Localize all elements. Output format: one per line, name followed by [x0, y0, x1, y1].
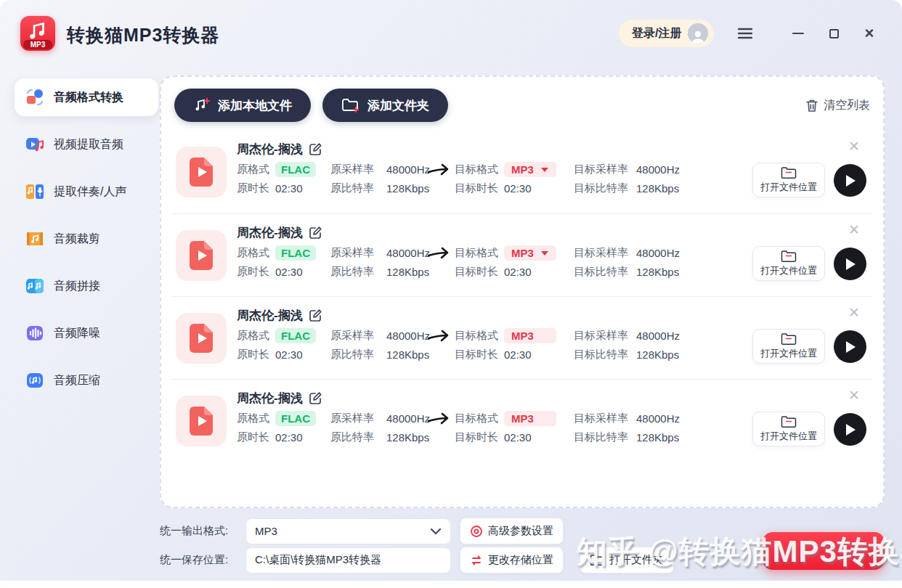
maximize-button[interactable] — [824, 25, 843, 42]
play-icon — [844, 340, 857, 354]
remove-file-icon[interactable]: ✕ — [848, 388, 860, 402]
remove-file-icon[interactable]: ✕ — [848, 306, 860, 319]
convert-arrow-icon — [427, 409, 452, 432]
clear-list-button[interactable]: 清空列表 — [805, 98, 870, 113]
src-duration-value: 02:30 — [275, 182, 330, 195]
output-format-select[interactable]: MP3 — [245, 518, 451, 544]
audio-file-thumbnail — [176, 147, 227, 197]
dst-format-label: 目标格式 — [455, 329, 504, 343]
sidebar-item-extract-vocal[interactable]: 提取伴奏/人声 — [15, 173, 158, 211]
src-duration-value: 02:30 — [275, 348, 330, 361]
close-button[interactable]: × — [860, 25, 879, 42]
dst-format-caret-icon — [541, 251, 548, 256]
sidebar-item-audio-denoise[interactable]: 音频降噪 — [15, 314, 158, 352]
source-info: 周杰伦-搁浅 原格式 FLAC 原采样率 48000Hz 原时长 02:30 原… — [237, 306, 448, 362]
play-button[interactable] — [834, 248, 866, 280]
dst-duration-label: 目标时长 — [455, 181, 504, 195]
open-file-location-button[interactable]: 打开文件位置 — [752, 329, 825, 364]
rename-icon[interactable] — [309, 309, 322, 322]
src-duration-label: 原时长 — [237, 181, 275, 195]
change-location-button[interactable]: 更改存储位置 — [460, 547, 564, 573]
logo-mp3-badge: MP3 — [23, 40, 52, 49]
dst-format-select[interactable]: MP3 — [504, 162, 556, 177]
file-row: 周杰伦-搁浅 原格式 FLAC 原采样率 48000Hz 原时长 02:30 原… — [171, 379, 873, 462]
play-button[interactable] — [834, 413, 866, 446]
music-note-plus-icon — [193, 97, 211, 113]
rename-icon[interactable] — [309, 142, 322, 156]
change-location-label: 更改存储位置 — [488, 553, 553, 567]
src-format-label: 原格式 — [237, 329, 275, 343]
open-file-location-button[interactable]: 打开文件位置 — [752, 246, 825, 281]
remove-file-icon[interactable]: ✕ — [848, 139, 860, 153]
audio-file-thumbnail — [176, 396, 227, 446]
play-button[interactable] — [834, 164, 866, 197]
dst-duration-value: 02:30 — [504, 182, 574, 195]
audio-cut-icon — [25, 229, 45, 249]
sidebar-item-audio-join[interactable]: 音频拼接 — [15, 267, 158, 305]
sidebar-item-audio-cut[interactable]: 音频裁剪 — [15, 220, 158, 258]
login-register-button[interactable]: 登录/注册 — [619, 20, 714, 47]
src-duration-label: 原时长 — [237, 265, 275, 279]
dst-bitrate-label: 目标比特率 — [574, 181, 636, 195]
toolbar: 添加本地文件 添加文件夹 清空列表 — [174, 89, 870, 122]
src-rate-label: 原采样率 — [330, 329, 386, 343]
advanced-settings-button[interactable]: 高级参数设置 — [460, 518, 564, 544]
sidebar: 音频格式转换 视频提取音频 提取伴奏/人声 — [15, 78, 158, 399]
dst-bitrate-label: 目标比特率 — [574, 265, 636, 279]
src-duration-label: 原时长 — [237, 430, 275, 444]
convert-button[interactable] — [763, 532, 885, 570]
src-bitrate-label: 原比特率 — [330, 181, 386, 195]
add-folder-button[interactable]: 添加文件夹 — [322, 89, 448, 122]
sidebar-item-audio-format-convert[interactable]: 音频格式转换 — [15, 78, 158, 116]
clear-list-label: 清空列表 — [824, 98, 870, 113]
dst-bitrate-label: 目标比特率 — [574, 430, 636, 444]
sidebar-item-video-extract-audio[interactable]: 视频提取音频 — [15, 126, 158, 163]
dst-rate-label: 目标采样率 — [574, 163, 636, 176]
add-local-file-button[interactable]: 添加本地文件 — [174, 89, 311, 122]
minimize-button[interactable] — [789, 25, 808, 42]
src-bitrate-value: 128Kbps — [386, 348, 448, 361]
trash-icon — [805, 99, 818, 113]
audio-file-icon — [184, 321, 218, 356]
menu-icon[interactable] — [736, 25, 755, 42]
sidebar-item-audio-compress[interactable]: 音频压缩 — [15, 362, 158, 399]
target-info: 目标格式 MP3 目标采样率 48000Hz 目标时长 02:30 目标比特率 … — [455, 162, 698, 195]
sidebar-item-label: 视频提取音频 — [54, 137, 123, 152]
dst-format-select[interactable]: MP3 — [504, 245, 556, 261]
folder-icon — [781, 250, 797, 263]
convert-arrow-icon — [427, 326, 452, 349]
folder-plus-icon — [341, 97, 360, 113]
open-folder-button[interactable]: 打开文件夹 — [580, 547, 674, 573]
dst-duration-label: 目标时长 — [455, 430, 504, 444]
save-path-input[interactable]: C:\桌面\转换猫MP3转换器 — [245, 547, 451, 573]
target-info: 目标格式 MP3 目标采样率 48000Hz 目标时长 02:30 目标比特率 … — [455, 411, 698, 444]
advanced-settings-label: 高级参数设置 — [488, 524, 553, 538]
folder-icon — [781, 332, 797, 346]
open-file-location-button[interactable]: 打开文件位置 — [752, 412, 825, 446]
audio-file-icon — [184, 155, 218, 189]
dst-bitrate-value: 128Kbps — [636, 348, 698, 361]
rename-icon[interactable] — [309, 391, 322, 405]
dst-format-select[interactable]: MP3 — [504, 411, 556, 426]
rename-icon[interactable] — [309, 226, 322, 240]
remove-file-icon[interactable]: ✕ — [848, 223, 860, 237]
sidebar-item-label: 音频裁剪 — [54, 232, 100, 247]
dst-format-select[interactable]: MP3 — [504, 328, 556, 343]
src-rate-label: 原采样率 — [330, 246, 386, 260]
login-label: 登录/注册 — [632, 26, 681, 41]
play-button[interactable] — [834, 330, 866, 363]
open-file-location-label: 打开文件位置 — [760, 347, 817, 360]
src-bitrate-value: 128Kbps — [386, 266, 448, 278]
source-info: 周杰伦-搁浅 原格式 FLAC 原采样率 48000Hz 原时长 02:30 原… — [237, 139, 448, 195]
file-title: 周杰伦-搁浅 — [237, 307, 303, 324]
open-file-location-button[interactable]: 打开文件位置 — [752, 163, 825, 197]
audio-file-icon — [184, 238, 218, 273]
add-local-file-label: 添加本地文件 — [218, 97, 292, 114]
source-info: 周杰伦-搁浅 原格式 FLAC 原采样率 48000Hz 原时长 02:30 原… — [237, 223, 448, 279]
src-format-label: 原格式 — [237, 246, 275, 260]
file-title: 周杰伦-搁浅 — [237, 141, 303, 158]
folder-icon — [590, 554, 604, 566]
sidebar-item-label: 提取伴奏/人声 — [54, 184, 126, 200]
audio-file-thumbnail — [176, 230, 227, 281]
dst-rate-value: 48000Hz — [636, 412, 698, 425]
